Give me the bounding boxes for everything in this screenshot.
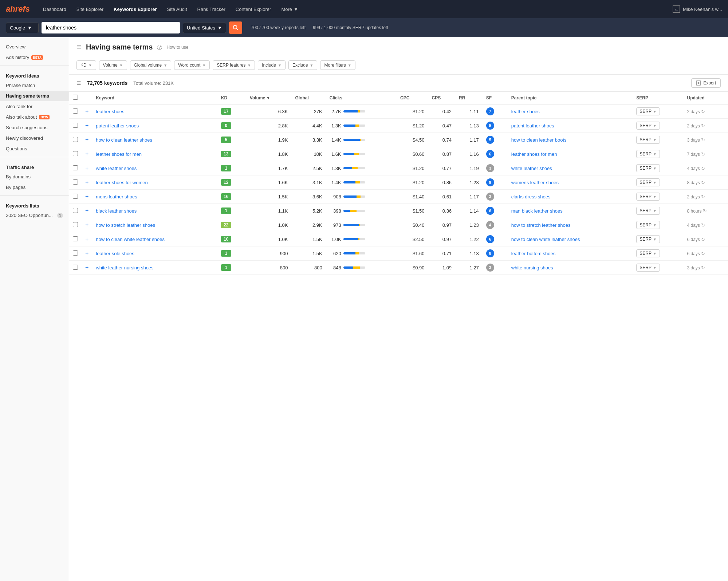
th-volume[interactable]: Volume ▼ (246, 92, 292, 104)
nav-dashboard[interactable]: Dashboard (39, 4, 71, 14)
also-talk-about-badge: NEW (39, 115, 50, 119)
serp-button-5[interactable]: SERP ▼ (636, 178, 660, 186)
refresh-icon-9[interactable]: ↻ (701, 237, 705, 242)
serp-button-0[interactable]: SERP ▼ (636, 107, 660, 115)
sidebar-item-keywords-list[interactable]: 2020 SEO Opportun... 1 (0, 210, 69, 221)
row-checkbox-3[interactable] (73, 151, 78, 156)
row-checkbox-9[interactable] (73, 236, 78, 241)
filter-volume[interactable]: Volume ▼ (99, 60, 127, 70)
sidebar-item-questions[interactable]: Questions (0, 143, 69, 154)
row-add-1[interactable]: + (82, 119, 92, 133)
row-add-2[interactable]: + (82, 133, 92, 147)
serp-button-11[interactable]: SERP ▼ (636, 264, 660, 272)
table-row: + how to clean white leather shoes 10 1.… (69, 232, 728, 246)
filter-serp-features[interactable]: SERP features ▼ (213, 60, 255, 70)
row-add-10[interactable]: + (82, 246, 92, 261)
row-add-8[interactable]: + (82, 218, 92, 232)
export-button[interactable]: Export (691, 78, 721, 88)
row-checkbox-10[interactable] (73, 250, 78, 256)
row-checkbox-6[interactable] (73, 194, 78, 199)
refresh-icon-4[interactable]: ↻ (701, 166, 705, 171)
row-add-4[interactable]: + (82, 161, 92, 175)
refresh-icon-5[interactable]: ↻ (701, 180, 705, 185)
refresh-icon-7[interactable]: ↻ (703, 208, 707, 214)
sidebar-item-ads-history[interactable]: Ads history BETA (0, 52, 69, 63)
row-rr-3: 1.16 (455, 147, 483, 161)
results-hamburger[interactable]: ☰ (76, 80, 81, 86)
sidebar-item-phrase-match[interactable]: Phrase match (0, 80, 69, 91)
row-checkbox-2[interactable] (73, 137, 78, 142)
nav-rank-tracker[interactable]: Rank Tracker (193, 4, 230, 14)
filter-word-count[interactable]: Word count ▼ (174, 60, 210, 70)
refresh-icon-2[interactable]: ↻ (701, 137, 705, 143)
refresh-icon-3[interactable]: ↻ (701, 151, 705, 157)
help-icon[interactable]: ? (157, 45, 162, 50)
row-checkbox-11[interactable] (73, 265, 78, 270)
country-select[interactable]: United States ▼ (183, 23, 226, 33)
engine-select[interactable]: Google ▼ (6, 23, 39, 33)
serp-button-1[interactable]: SERP ▼ (636, 122, 660, 130)
svg-line-1 (236, 29, 238, 30)
window-icon[interactable]: ▭ (673, 5, 680, 13)
row-add-9[interactable]: + (82, 232, 92, 246)
table-row: + how to clean leather shoes 5 1.9K 3.3K… (69, 133, 728, 147)
refresh-icon-6[interactable]: ↻ (701, 194, 705, 199)
refresh-icon-8[interactable]: ↻ (701, 222, 705, 228)
nav-site-explorer[interactable]: Site Explorer (72, 4, 108, 14)
row-checkbox-8[interactable] (73, 222, 78, 227)
row-checkbox-7[interactable] (73, 208, 78, 213)
row-add-6[interactable]: + (82, 190, 92, 204)
weekly-stat: 700 / 700 weekly reports left (251, 25, 306, 30)
search-input[interactable] (42, 22, 180, 33)
refresh-icon-0[interactable]: ↻ (701, 109, 705, 114)
row-add-3[interactable]: + (82, 147, 92, 161)
serp-button-10[interactable]: SERP ▼ (636, 249, 660, 257)
row-rr-7: 1.14 (455, 204, 483, 218)
nav-site-audit[interactable]: Site Audit (163, 4, 192, 14)
row-parent-topic-2: how to clean leather boots (508, 133, 633, 147)
row-checkbox-0[interactable] (73, 108, 78, 114)
hamburger-icon[interactable]: ☰ (76, 44, 82, 51)
user-menu[interactable]: Mike Keenan's w... (683, 7, 722, 12)
sidebar-item-also-talk-about[interactable]: Also talk about NEW (0, 112, 69, 122)
sidebar-item-overview[interactable]: Overview (0, 42, 69, 52)
row-checkbox-5[interactable] (73, 179, 78, 185)
row-add-5[interactable]: + (82, 175, 92, 190)
refresh-icon-1[interactable]: ↻ (701, 123, 705, 129)
sidebar-item-also-rank-for[interactable]: Also rank for (0, 101, 69, 112)
filter-more[interactable]: More filters ▼ (320, 60, 355, 70)
row-kd-2: 5 (217, 133, 246, 147)
serp-button-3[interactable]: SERP ▼ (636, 150, 660, 158)
select-all-checkbox[interactable] (73, 95, 78, 100)
filter-include[interactable]: Include ▼ (258, 60, 286, 70)
serp-button-7[interactable]: SERP ▼ (636, 207, 660, 215)
serp-button-8[interactable]: SERP ▼ (636, 221, 660, 229)
row-updated-7: 8 hours ↻ (683, 204, 728, 218)
serp-button-9[interactable]: SERP ▼ (636, 235, 660, 243)
row-checkbox-4[interactable] (73, 165, 78, 170)
serp-button-4[interactable]: SERP ▼ (636, 164, 660, 172)
how-to-use-link[interactable]: How to use (166, 45, 188, 50)
filter-kd[interactable]: KD ▼ (76, 60, 96, 70)
serp-button-6[interactable]: SERP ▼ (636, 193, 660, 201)
row-clicks-8: 973 (326, 218, 397, 232)
serp-button-2[interactable]: SERP ▼ (636, 136, 660, 144)
refresh-icon-11[interactable]: ↻ (701, 265, 705, 270)
filter-exclude[interactable]: Exclude ▼ (288, 60, 318, 70)
row-add-0[interactable]: + (82, 104, 92, 119)
sidebar-item-search-suggestions[interactable]: Search suggestions (0, 122, 69, 133)
nav-keywords-explorer[interactable]: Keywords Explorer (109, 4, 161, 14)
refresh-icon-10[interactable]: ↻ (701, 251, 705, 256)
nav-content-explorer[interactable]: Content Explorer (231, 4, 276, 14)
row-add-11[interactable]: + (82, 261, 92, 275)
nav-more[interactable]: More ▼ (277, 4, 303, 14)
sidebar-item-newly-discovered[interactable]: Newly discovered (0, 133, 69, 143)
sidebar-item-by-domains[interactable]: By domains (0, 171, 69, 182)
sidebar-item-by-pages[interactable]: By pages (0, 182, 69, 193)
search-button[interactable] (229, 21, 242, 34)
row-clicks-3: 1.6K (326, 147, 397, 161)
sidebar-item-having-same-terms[interactable]: Having same terms (0, 91, 69, 101)
row-add-7[interactable]: + (82, 204, 92, 218)
row-checkbox-1[interactable] (73, 123, 78, 128)
filter-global-volume[interactable]: Global volume ▼ (130, 60, 172, 70)
